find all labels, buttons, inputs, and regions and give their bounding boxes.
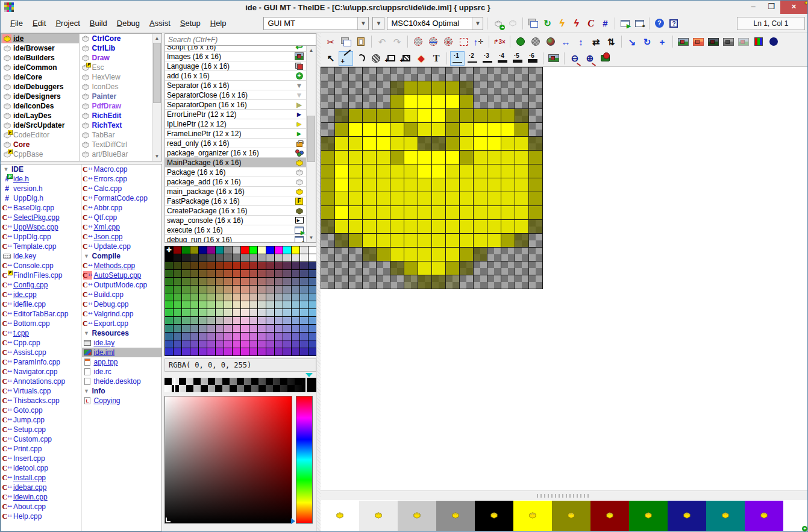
pixel-cell[interactable] <box>418 178 431 192</box>
palette-cell[interactable] <box>233 301 240 308</box>
palette-cell[interactable] <box>300 325 308 332</box>
palette-cell[interactable] <box>190 270 198 277</box>
palette-cell[interactable] <box>300 278 308 285</box>
pixel-cell[interactable] <box>335 109 348 122</box>
flip-h-icon[interactable]: ⇄ <box>589 34 603 49</box>
pixel-cell[interactable] <box>390 81 404 95</box>
pixel-cell[interactable] <box>487 164 501 178</box>
file-item[interactable]: C++Help.cpp <box>1 512 81 521</box>
main-config-combo[interactable]: GUI MT ▼ <box>263 17 369 30</box>
palette-cell[interactable] <box>249 301 257 308</box>
palette-cell[interactable] <box>258 333 266 340</box>
pixel-cell[interactable] <box>377 206 390 219</box>
file-item[interactable]: C++idetool.cpp <box>1 463 81 473</box>
palette-cell[interactable] <box>283 325 291 332</box>
pixel-cell[interactable] <box>487 248 501 261</box>
palette-cell[interactable] <box>190 340 198 348</box>
palette-cell[interactable] <box>308 262 316 269</box>
sel-mask-icon[interactable] <box>426 34 440 49</box>
palette-cell[interactable] <box>174 246 181 254</box>
palette-cell[interactable] <box>190 278 198 285</box>
palette-cell[interactable] <box>174 348 181 355</box>
pixel-cell[interactable] <box>446 234 459 247</box>
pixel-cell[interactable] <box>418 206 431 219</box>
palette-cell[interactable] <box>249 309 257 316</box>
palette-cell[interactable] <box>190 348 198 355</box>
pixel-cell[interactable] <box>487 137 501 150</box>
pixel-cell[interactable] <box>446 67 459 81</box>
image-list-item[interactable]: main_package (16 x 16)● <box>165 187 306 196</box>
pixel-cell[interactable] <box>390 164 404 178</box>
palette-cell[interactable] <box>216 262 224 269</box>
zoom-out-icon[interactable]: ⊖ <box>568 51 582 66</box>
palette-cell[interactable] <box>165 340 173 348</box>
pixel-cell[interactable] <box>501 123 515 136</box>
pixel-cell[interactable] <box>460 123 473 136</box>
palette-cell[interactable] <box>275 317 283 324</box>
palette-cell[interactable] <box>224 348 232 355</box>
palette-cell[interactable] <box>292 309 299 316</box>
pixel-cell[interactable] <box>432 261 445 275</box>
package-item[interactable]: ide/IconDes <box>1 101 79 111</box>
file-item[interactable]: #Pide.h <box>1 174 81 184</box>
pixel-cell[interactable] <box>529 164 542 178</box>
pixel-cell[interactable] <box>377 164 390 178</box>
pixel-cell[interactable] <box>474 81 487 95</box>
pixel-cell[interactable] <box>474 206 487 219</box>
pixel-cell[interactable] <box>460 164 473 178</box>
file-item[interactable]: C++t.cpp <box>1 328 81 338</box>
palette-cell[interactable] <box>190 286 198 293</box>
pixel-cell[interactable] <box>418 151 431 164</box>
pixel-cell[interactable] <box>460 67 473 81</box>
pixel-cell[interactable] <box>390 95 404 108</box>
pixel-cell[interactable] <box>515 275 528 289</box>
shape-red-icon[interactable] <box>598 51 612 66</box>
file-item[interactable]: C++Install.cpp <box>1 473 81 483</box>
width-6-icon[interactable]: ·6 <box>525 51 540 66</box>
palette-cell[interactable] <box>224 333 232 340</box>
pixel-cell[interactable] <box>515 81 528 95</box>
pixel-cell[interactable] <box>390 123 404 136</box>
width-5-icon[interactable]: ·5 <box>510 51 525 66</box>
pixel-cell[interactable] <box>460 178 473 192</box>
pixel-cell[interactable] <box>446 275 459 289</box>
palette-cell[interactable] <box>275 262 283 269</box>
file-item[interactable]: C++ide.cpp <box>1 290 81 299</box>
palette-cell[interactable] <box>207 301 215 308</box>
palette-cell[interactable] <box>249 340 257 348</box>
palette-cell[interactable] <box>308 246 316 254</box>
pixel-cell[interactable] <box>487 220 501 233</box>
file-item[interactable]: C++OutputMode.cpp <box>82 280 162 290</box>
undo-icon[interactable]: ↶ <box>375 34 389 49</box>
palette-cell[interactable] <box>308 278 316 285</box>
palette-cell[interactable] <box>283 340 291 348</box>
palette-cell[interactable] <box>275 333 283 340</box>
palette-cell[interactable] <box>241 309 249 316</box>
palette-cell[interactable] <box>308 309 316 316</box>
image-list-item[interactable]: SeparatorClose (16 x 16)▼ <box>165 90 306 100</box>
pixel-cell[interactable] <box>487 81 501 95</box>
palette-cell[interactable] <box>300 333 308 340</box>
palette-cell[interactable] <box>207 333 215 340</box>
palette-cell[interactable] <box>283 246 291 254</box>
palette-cell[interactable] <box>258 254 266 261</box>
pixel-cell[interactable] <box>446 123 459 136</box>
palette-cell[interactable] <box>292 325 299 332</box>
palette-cell[interactable] <box>300 293 308 301</box>
sel-ellipse-icon[interactable] <box>411 34 425 49</box>
pixel-cell[interactable] <box>404 248 418 261</box>
pixel-cell[interactable] <box>349 220 362 233</box>
palette-cell[interactable] <box>182 309 190 316</box>
palette-cell[interactable] <box>199 254 207 261</box>
palette-cell[interactable] <box>275 246 283 254</box>
pixel-cell[interactable] <box>335 234 348 247</box>
palette-cell[interactable] <box>174 333 181 340</box>
pixel-cell[interactable] <box>363 192 376 205</box>
palette-cell[interactable] <box>275 325 283 332</box>
pixel-cell[interactable] <box>349 206 362 219</box>
palette-cell[interactable] <box>308 333 316 340</box>
pixel-cell[interactable] <box>349 234 362 247</box>
palette-cell[interactable] <box>258 270 266 277</box>
pixel-cell[interactable] <box>432 151 445 164</box>
palette-cell[interactable] <box>216 246 224 254</box>
